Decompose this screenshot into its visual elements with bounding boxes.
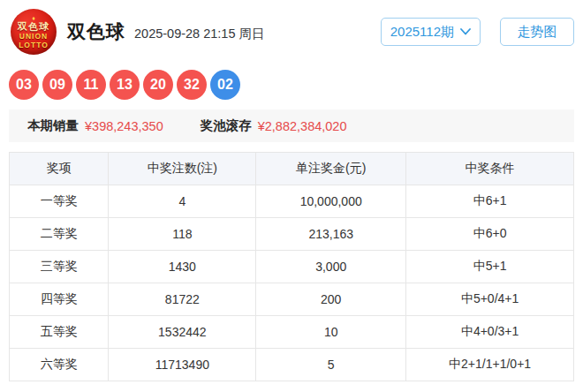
prize-amount-cell: 200 [256, 283, 406, 316]
prize-amount-cell: 5 [256, 349, 406, 381]
chevron-down-icon [460, 28, 471, 35]
red-ball: 20 [143, 70, 173, 100]
red-ball: 32 [177, 70, 207, 100]
logo-text-cn: 双色球 [18, 22, 49, 32]
prize-level-cell: 一等奖 [10, 185, 109, 218]
prize-level-cell: 五等奖 [10, 316, 109, 349]
winning-count-cell: 1430 [109, 251, 256, 283]
union-lotto-logo: ♦ 双色球 UNION LOTTO [11, 9, 57, 55]
prize-amount-cell: 10 [256, 316, 406, 349]
prize-table-container: 奖项中奖注数(注)单注奖金(元)中奖条件 一等奖410,000,000中6+1二… [9, 152, 574, 381]
red-ball: 13 [110, 70, 140, 100]
winning-count-cell: 81722 [109, 283, 256, 316]
prize-level-cell: 四等奖 [10, 283, 109, 316]
draw-datetime: 2025-09-28 21:15 周日 [134, 26, 265, 42]
prize-level-cell: 六等奖 [10, 349, 109, 381]
trend-chart-button[interactable]: 走势图 [500, 18, 574, 46]
sales-info-bar: 本期销量 ¥398,243,350 奖池滚存 ¥2,882,384,020 [9, 109, 574, 142]
prize-table-row: 二等奖118213,163中6+0 [10, 218, 574, 251]
prize-table-row: 三等奖14303,000中5+1 [10, 251, 574, 283]
red-ball: 09 [42, 70, 72, 100]
winning-numbers-row: 03091113203202 [0, 55, 583, 101]
blue-ball: 02 [210, 70, 240, 100]
winning-count-cell: 118 [109, 218, 256, 251]
header: ♦ 双色球 UNION LOTTO 双色球 2025-09-28 21:15 周… [0, 0, 583, 55]
logo-text-union: UNION [19, 33, 48, 41]
prize-table: 奖项中奖注数(注)单注奖金(元)中奖条件 一等奖410,000,000中6+1二… [9, 152, 574, 381]
prize-table-header-cell: 奖项 [10, 153, 109, 185]
pool-label: 奖池滚存 [201, 117, 252, 134]
prize-table-header-cell: 单注奖金(元) [256, 153, 406, 185]
prize-level-cell: 二等奖 [10, 218, 109, 251]
lottery-result-page: ♦ 双色球 UNION LOTTO 双色球 2025-09-28 21:15 周… [0, 0, 583, 392]
winning-count-cell: 4 [109, 185, 256, 218]
prize-table-header-row: 奖项中奖注数(注)单注奖金(元)中奖条件 [10, 153, 574, 185]
prize-table-header-cell: 中奖条件 [406, 153, 574, 185]
winning-condition-cell: 中5+0/4+1 [406, 283, 574, 316]
winning-condition-cell: 中5+1 [406, 251, 574, 283]
logo-crown-icon: ♦ [32, 15, 35, 21]
issue-select-value: 2025112期 [390, 24, 454, 41]
prize-table-row: 一等奖410,000,000中6+1 [10, 185, 574, 218]
pool-value: ¥2,882,384,020 [258, 119, 347, 133]
prize-level-cell: 三等奖 [10, 251, 109, 283]
prize-table-row: 五等奖153244210中4+0/3+1 [10, 316, 574, 349]
prize-table-header-cell: 中奖注数(注) [109, 153, 256, 185]
winning-condition-cell: 中6+1 [406, 185, 574, 218]
page-title: 双色球 [67, 19, 125, 44]
logo-text-lotto: LOTTO [19, 41, 49, 49]
sales-value: ¥398,243,350 [85, 119, 163, 133]
winning-condition-cell: 中4+0/3+1 [406, 316, 574, 349]
prize-amount-cell: 10,000,000 [256, 185, 406, 218]
red-ball: 03 [9, 70, 39, 100]
winning-condition-cell: 中2+1/1+1/0+1 [406, 349, 574, 381]
winning-count-cell: 11713490 [109, 349, 256, 381]
sales-label: 本期销量 [27, 117, 79, 134]
winning-condition-cell: 中6+0 [406, 218, 574, 251]
prize-table-row: 四等奖81722200中5+0/4+1 [10, 283, 574, 316]
issue-select-dropdown[interactable]: 2025112期 [381, 18, 481, 46]
red-ball: 11 [76, 70, 106, 100]
winning-count-cell: 1532442 [109, 316, 256, 349]
prize-amount-cell: 3,000 [256, 251, 406, 283]
prize-amount-cell: 213,163 [256, 218, 406, 251]
prize-table-row: 六等奖117134905中2+1/1+1/0+1 [10, 349, 574, 381]
